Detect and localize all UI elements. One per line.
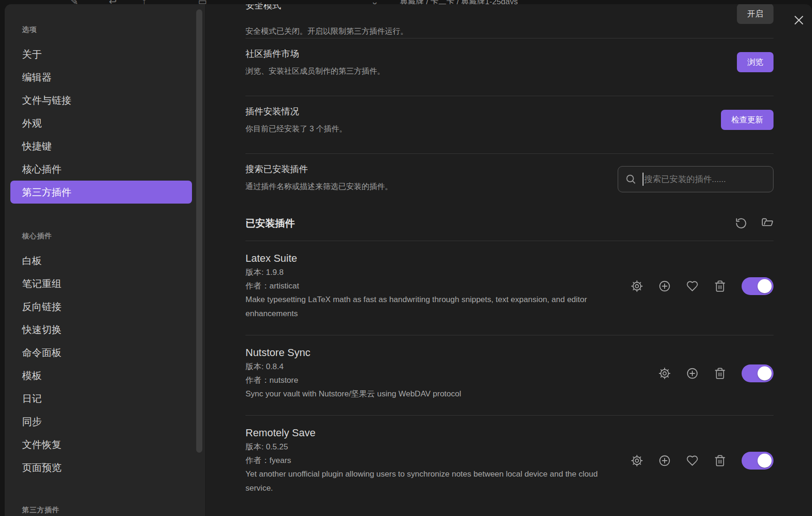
sidebar-item-hotkeys[interactable]: 快捷键 [10,135,192,158]
setting-title: 搜索已安装插件 [245,162,393,176]
refresh-icon[interactable] [735,217,747,229]
toggle-knob [758,454,772,468]
sidebar-section-community-plugins: 第三方插件 [22,506,205,515]
plugin-description: Make typesetting LaTeX math as fast as h… [245,293,621,321]
installed-plugins-header: 已安装插件 [245,217,774,241]
plugin-toggle-on[interactable] [742,277,774,295]
enable-safe-mode-button[interactable]: 开启 [737,4,774,24]
plugin-version: 版本: 0.5.25 [245,440,621,454]
setting-desc: 安全模式已关闭。开启以限制第三方插件运行。 [245,25,408,37]
trash-icon[interactable] [714,367,726,379]
browse-plugins-button[interactable]: 浏览 [737,52,774,72]
setting-row-search-plugins: 搜索已安装插件 通过插件名称或描述来筛选已安装的插件。 [245,153,774,211]
sidebar-item-command-palette[interactable]: 命令面板 [10,341,192,364]
setting-row-community-market: 社区插件市场 浏览、安装社区成员制作的第三方插件。 浏览 [245,38,774,96]
setting-row-safe-mode: 安全模式 安全模式已关闭。开启以限制第三方插件运行。 开启 [245,4,774,38]
toggle-knob [758,279,772,293]
plugin-author: 作者：artisticat [245,279,621,293]
gear-icon[interactable] [631,455,643,467]
setting-desc: 通过插件名称或描述来筛选已安装的插件。 [245,180,393,192]
plugin-search-box [618,166,774,192]
heart-icon[interactable] [686,455,698,467]
settings-content: 安全模式 安全模式已关闭。开启以限制第三方插件运行。 开启 社区插件市场 浏览、… [206,4,812,516]
plugin-name: Remotely Save [245,426,621,440]
plus-circle-icon[interactable] [659,455,671,467]
settings-sidebar: 选项 关于 编辑器 文件与链接 外观 快捷键 核心插件 第三方插件 核心插件 白… [5,4,206,516]
installed-plugins-title: 已安装插件 [245,217,295,230]
setting-title: 安全模式 [245,4,281,13]
sidebar-scrollbar[interactable] [196,9,202,453]
plugin-name: Latex Suite [245,251,621,266]
sidebar-section-core-plugins: 核心插件 [22,232,205,241]
plugin-name: Nutstore Sync [245,346,461,360]
plugin-description: Yet another unofficial plugin allowing u… [245,467,621,495]
undo-icon: ↩ [109,0,117,4]
chevron-down-icon: ⌄ [256,0,264,4]
plugin-row-remotely-save: Remotely Save 版本: 0.5.25 作者：fyears Yet a… [245,415,774,509]
sidebar-item-files-links[interactable]: 文件与链接 [10,89,192,112]
background-app-bar: ✎ ↩ ↑ ▭ ⌄ ⌄ 典藏牌 / 卡二卡 / 典藏牌1-25days [0,0,812,4]
sidebar-item-canvas[interactable]: 白板 [10,249,192,272]
plugin-row-latex-suite: Latex Suite 版本: 1.9.8 作者：artisticat Make… [245,241,774,335]
setting-title: 社区插件市场 [245,47,385,61]
settings-modal: 选项 关于 编辑器 文件与链接 外观 快捷键 核心插件 第三方插件 核心插件 白… [5,4,812,516]
sidebar-item-core-plugins[interactable]: 核心插件 [10,158,192,181]
plugin-row-nutstore-sync: Nutstore Sync 版本: 0.8.4 作者：nutstore Sync… [245,335,774,415]
setting-row-install-status: 插件安装情况 你目前已经安装了 3 个插件。 检查更新 [245,96,774,153]
sidebar-item-backlinks[interactable]: 反向链接 [10,295,192,318]
breadcrumb: 典藏牌 / 卡二卡 / 典藏牌1-25days [400,0,518,4]
sidebar-item-templates[interactable]: 模板 [10,364,192,387]
sidebar-item-page-preview[interactable]: 页面预览 [10,456,192,479]
plugin-description: Sync your vault with Nutstore/坚果云 using … [245,387,461,401]
trash-icon[interactable] [714,280,726,292]
box-icon: ▭ [198,0,207,4]
pencil-icon: ✎ [70,0,78,4]
sidebar-item-file-recovery[interactable]: 文件恢复 [10,433,192,456]
chevron-down-icon: ⌄ [371,0,379,4]
sidebar-item-community-plugins[interactable]: 第三方插件 [10,181,192,204]
sidebar-item-about[interactable]: 关于 [10,43,192,66]
plugin-author: 作者：nutstore [245,373,461,387]
plugin-toggle-on[interactable] [742,364,774,382]
trash-icon[interactable] [714,455,726,467]
sidebar-item-note-composer[interactable]: 笔记重组 [10,272,192,295]
up-arrow-icon: ↑ [142,0,146,4]
plus-circle-icon[interactable] [659,280,671,292]
sidebar-item-quick-switcher[interactable]: 快速切换 [10,318,192,341]
check-updates-button[interactable]: 检查更新 [721,110,774,130]
plugin-author: 作者：fyears [245,454,621,467]
close-icon[interactable] [793,15,804,26]
plugin-search-input[interactable] [643,175,774,184]
plugin-version: 版本: 0.8.4 [245,360,461,373]
plugin-toggle-on[interactable] [742,452,774,470]
sidebar-item-editor[interactable]: 编辑器 [10,66,192,89]
toggle-knob [758,366,772,380]
sidebar-item-daily-notes[interactable]: 日记 [10,387,192,410]
sidebar-section-options: 选项 [22,25,205,34]
plugin-version: 版本: 1.9.8 [245,266,621,279]
sidebar-item-appearance[interactable]: 外观 [10,112,192,135]
folder-open-icon[interactable] [761,217,774,229]
setting-title: 插件安装情况 [245,105,347,119]
sidebar-item-sync[interactable]: 同步 [10,410,192,433]
setting-desc: 你目前已经安装了 3 个插件。 [245,122,347,135]
gear-icon[interactable] [659,367,671,379]
heart-icon[interactable] [686,280,698,292]
gear-icon[interactable] [631,280,643,292]
plus-circle-icon[interactable] [686,367,698,379]
search-icon [625,174,636,185]
setting-desc: 浏览、安装社区成员制作的第三方插件。 [245,65,385,77]
